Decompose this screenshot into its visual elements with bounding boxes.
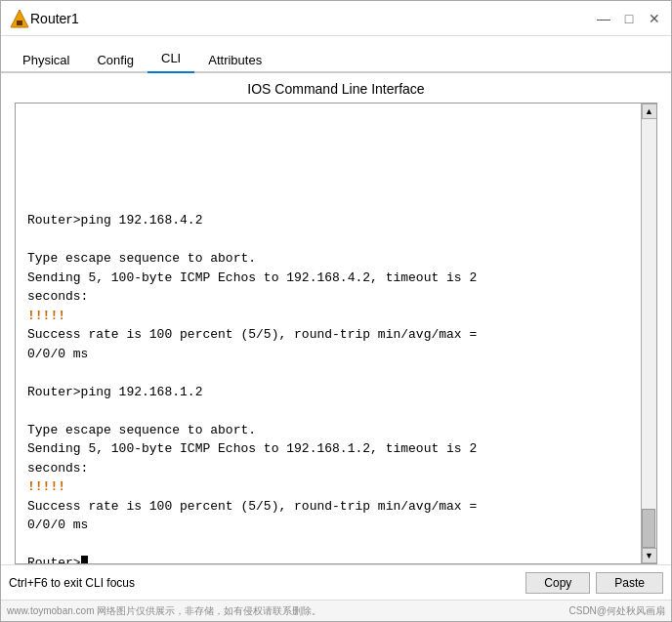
- tab-bar: Physical Config CLI Attributes: [1, 36, 671, 73]
- cli-line: 0/0/0 ms: [27, 516, 629, 535]
- cli-line: [27, 230, 629, 250]
- scrollbar-track[interactable]: [642, 119, 656, 548]
- cli-line: [27, 401, 629, 421]
- minimize-button[interactable]: —: [595, 10, 612, 27]
- cli-line: !!!!!: [27, 477, 629, 497]
- tab-physical[interactable]: Physical: [9, 47, 83, 73]
- footer-watermark: www.toymoban.com 网络图片仅供展示，非存储，如有侵权请联系删除。…: [1, 600, 671, 621]
- cli-hint: Ctrl+F6 to exit CLI focus: [9, 576, 525, 590]
- main-window: Router1 — □ ✕ Physical Config CLI Attrib…: [0, 0, 672, 622]
- paste-button[interactable]: Paste: [596, 572, 663, 594]
- cli-line: [27, 535, 629, 555]
- cli-line: Sending 5, 100-byte ICMP Echos to 192.16…: [27, 269, 629, 288]
- footer-right: CSDN@何处秋风画扇: [569, 604, 666, 618]
- cli-line: 0/0/0 ms: [27, 345, 629, 364]
- cli-line: !!!!!: [27, 307, 629, 326]
- footer-left: www.toymoban.com 网络图片仅供展示，非存储，如有侵权请联系删除。: [7, 604, 321, 618]
- scroll-down-button[interactable]: ▼: [642, 548, 657, 563]
- cli-line: Type escape sequence to abort.: [27, 421, 629, 440]
- page-title: IOS Command Line Interface: [1, 73, 671, 103]
- cli-output[interactable]: Router>ping 192.168.4.2 Type escape sequ…: [16, 104, 641, 563]
- svg-rect-1: [17, 21, 22, 25]
- scrollbar-thumb[interactable]: [642, 509, 655, 548]
- scroll-up-button[interactable]: ▲: [642, 104, 657, 119]
- cli-line: Router>ping 192.168.1.2: [27, 383, 629, 402]
- cli-line: Type escape sequence to abort.: [27, 249, 629, 269]
- maximize-button[interactable]: □: [620, 10, 638, 27]
- app-icon: [9, 8, 30, 29]
- copy-button[interactable]: Copy: [525, 572, 590, 594]
- cli-line: Success rate is 100 percent (5/5), round…: [27, 325, 629, 345]
- cli-container[interactable]: Router>ping 192.168.4.2 Type escape sequ…: [15, 103, 657, 564]
- scrollbar[interactable]: ▲ ▼: [641, 104, 656, 563]
- tab-config[interactable]: Config: [83, 47, 147, 73]
- cli-line: Sending 5, 100-byte ICMP Echos to 192.16…: [27, 439, 629, 459]
- title-bar: Router1 — □ ✕: [1, 1, 671, 36]
- close-button[interactable]: ✕: [646, 10, 663, 27]
- window-controls: — □ ✕: [595, 10, 663, 27]
- tab-cli[interactable]: CLI: [147, 45, 194, 73]
- window-title: Router1: [30, 11, 595, 26]
- cli-wrapper: Router>ping 192.168.4.2 Type escape sequ…: [1, 103, 671, 564]
- cli-line: seconds:: [27, 287, 629, 307]
- cli-line: Success rate is 100 percent (5/5), round…: [27, 497, 629, 517]
- bottom-bar: Ctrl+F6 to exit CLI focus Copy Paste: [1, 564, 671, 600]
- tab-attributes[interactable]: Attributes: [194, 47, 275, 73]
- cli-cursor-line: Router>: [27, 554, 629, 563]
- bottom-buttons: Copy Paste: [525, 572, 663, 594]
- cli-line: [27, 363, 629, 383]
- cli-line: seconds:: [27, 459, 629, 478]
- cli-line: Router>ping 192.168.4.2: [27, 211, 629, 230]
